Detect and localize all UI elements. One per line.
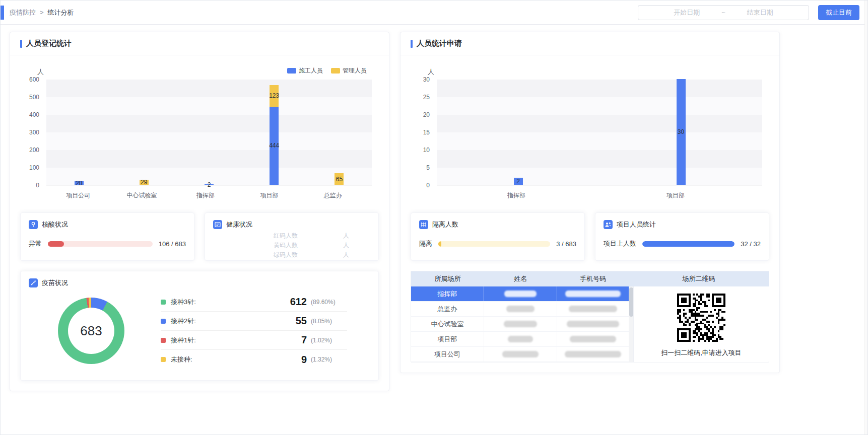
bar-segment-项目部: 444 (270, 107, 279, 185)
y-axis-unit: 人 (37, 67, 44, 77)
bar-segment-项目部: 30 (677, 79, 686, 185)
cell-name-redacted (484, 347, 557, 361)
title-accent-bar (20, 40, 22, 48)
isolation-icon (419, 220, 428, 229)
table-scrollbar[interactable] (629, 286, 634, 362)
registration-bar-chart: 人 施工人员管理人员 0100200300400500600 202924441… (20, 58, 379, 207)
scrollbar-thumb[interactable] (629, 287, 633, 317)
bar-value-label: 29 (141, 179, 147, 186)
cell-name-redacted (484, 302, 557, 316)
date-range-picker[interactable]: ~ (638, 5, 809, 20)
registration-panel-header: 人员登记统计 (10, 32, 389, 55)
table-row-项目部[interactable]: 项目部 (411, 332, 629, 347)
application-panel: 人员统计申请 人 051015202530 230 指挥部项目部 隔离人数 (400, 32, 780, 373)
health-icon (213, 220, 222, 229)
health-status-rows: 红码人数人黄码人数人绿码人数人 (274, 231, 349, 260)
topbar-controls: ~ 截止目前 (638, 5, 859, 20)
y-tick-label: 200 (29, 147, 39, 154)
right-cards-row: 隔离人数 隔离 3 / 683 项目人员统计 (411, 212, 769, 261)
cell-phone-redacted (557, 317, 629, 331)
cell-name-redacted (484, 332, 557, 346)
table-row-中心试验室[interactable]: 中心试验室 (411, 317, 629, 332)
cell-place: 总监办 (411, 302, 484, 316)
application-panel-header: 人员统计申请 (400, 32, 779, 55)
personnel-table: 所属场所 姓名 手机号码 场所二维码 指挥部总监办中心试验室项目部项目公司 扫一… (411, 271, 769, 362)
sidebar-edge-accent (1, 6, 4, 20)
table-row-总监办[interactable]: 总监办 (411, 302, 629, 317)
nucleic-card-title: 核酸状况 (42, 220, 68, 229)
vaccine-legend-row: 未接种:9(1.32%) (161, 350, 347, 369)
cell-place: 中心试验室 (411, 317, 484, 331)
registration-panel-title: 人员登记统计 (26, 39, 72, 48)
legend-swatch (331, 68, 340, 74)
page-scrollbar[interactable] (864, 1, 867, 434)
x-category-label: 项目部 (596, 191, 755, 200)
content-area: 人员登记统计 人 施工人员管理人员 0100200300400500600 20… (1, 25, 867, 398)
isolation-card-title: 隔离人数 (432, 220, 458, 229)
bar-value-label: 30 (678, 128, 684, 135)
project-card-title: 项目人员统计 (617, 220, 656, 229)
vaccine-legend-row: 接种3针:612(89.60%) (161, 293, 347, 312)
y-axis-unit: 人 (428, 67, 434, 77)
breadcrumb-item-root[interactable]: 疫情防控 (10, 8, 36, 17)
dashboard-page: 疫情防控 > 统计分析 ~ 截止目前 人员登记统计 人 施工人员管理人员 010… (0, 0, 868, 435)
y-axis: 0100200300400500600 (20, 80, 42, 185)
vaccine-total: 683 (80, 323, 102, 339)
legend-swatch (161, 357, 166, 362)
header-place: 所属场所 (411, 274, 484, 283)
bar-segment-中心试验室: 29 (140, 180, 149, 185)
y-tick-label: 300 (29, 129, 39, 136)
cell-phone-redacted (557, 347, 629, 361)
qr-caption: 扫一扫二维码,申请进入项目 (661, 348, 742, 357)
title-accent-bar (411, 40, 413, 48)
y-tick-label: 5 (426, 164, 430, 171)
cell-phone-redacted (557, 286, 629, 301)
y-tick-label: 500 (29, 94, 39, 101)
start-date-input[interactable] (654, 9, 719, 16)
x-category-label: 项目公司 (46, 191, 110, 200)
y-tick-label: 15 (423, 129, 430, 136)
left-cards-row: 核酸状况 异常 106 / 683 健康状况 红码人 (20, 212, 379, 261)
table-row-项目公司[interactable]: 项目公司 (411, 347, 629, 362)
bar-value-label: 123 (269, 92, 279, 99)
breadcrumb-item-current: 统计分析 (48, 8, 74, 17)
y-tick-label: 100 (29, 164, 39, 171)
y-tick-label: 20 (423, 111, 430, 118)
legend-swatch (161, 338, 166, 343)
plot-area: 2029244412365 (46, 80, 372, 185)
x-category-label: 总监办 (301, 191, 365, 200)
nucleic-progress-bar (48, 241, 153, 247)
qr-code (677, 294, 725, 342)
y-axis: 051015202530 (411, 80, 433, 185)
cell-name-redacted (484, 317, 557, 331)
up-to-now-button[interactable]: 截止目前 (818, 5, 859, 20)
y-tick-label: 30 (423, 76, 430, 83)
project-progress-bar (642, 241, 735, 247)
bar-segment-指挥部: 2 (205, 184, 214, 185)
application-panel-title: 人员统计申请 (417, 39, 462, 48)
header-name: 姓名 (484, 274, 557, 283)
bar-value-label: 2 (516, 178, 520, 185)
health-row: 绿码人数人 (274, 250, 349, 260)
nucleic-card: 核酸状况 异常 106 / 683 (20, 212, 194, 261)
y-tick-label: 400 (29, 111, 39, 118)
breadcrumb-separator: > (40, 9, 44, 16)
nucleic-label: 异常 (29, 239, 42, 248)
top-bar: 疫情防控 > 统计分析 ~ 截止目前 (1, 1, 867, 25)
end-date-input[interactable] (727, 9, 793, 16)
legend-item[interactable]: 管理人员 (331, 66, 367, 75)
table-row-指挥部[interactable]: 指挥部 (411, 286, 629, 302)
bar-segment-项目公司: 20 (75, 181, 84, 185)
vaccine-legend-row: 接种2针:55(8.05%) (161, 312, 347, 331)
y-tick-label: 0 (426, 182, 430, 189)
project-value: 32 / 32 (741, 240, 761, 248)
legend-swatch (287, 68, 296, 74)
cell-name-redacted (484, 286, 557, 301)
nucleic-icon (29, 220, 38, 229)
bar-value-label: 2 (208, 181, 211, 188)
legend-item[interactable]: 施工人员 (287, 66, 323, 75)
bar-segment-指挥部: 2 (514, 178, 523, 185)
vaccine-icon (29, 278, 38, 287)
vaccine-card-title: 疫苗状况 (42, 278, 68, 287)
header-qrcode: 场所二维码 (629, 274, 769, 283)
